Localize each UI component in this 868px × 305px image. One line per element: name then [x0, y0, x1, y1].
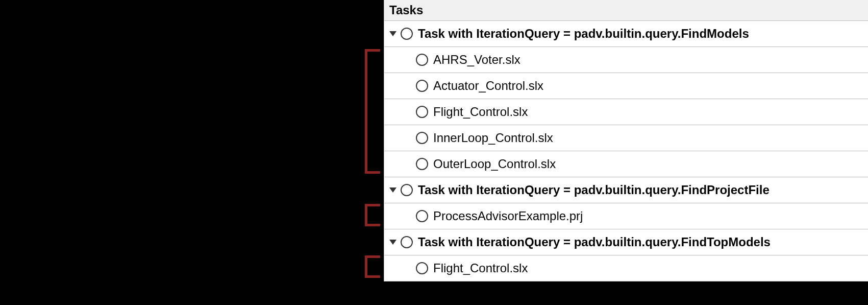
status-circle-icon	[416, 158, 428, 170]
task-child-row[interactable]: Flight_Control.slx	[384, 255, 868, 281]
tasks-panel: Tasks Task with IterationQuery = padv.bu…	[384, 0, 868, 281]
task-child-row[interactable]: AHRS_Voter.slx	[384, 47, 868, 73]
panel-title: Tasks	[389, 3, 423, 17]
bracket-annotation	[365, 204, 380, 226]
bracket-annotation	[365, 255, 380, 278]
status-circle-icon	[401, 236, 413, 248]
task-child-row[interactable]: Actuator_Control.slx	[384, 73, 868, 99]
task-child-row[interactable]: OuterLoop_Control.slx	[384, 151, 868, 177]
task-label: Task with IterationQuery = padv.builtin.…	[418, 27, 868, 41]
task-row[interactable]: Task with IterationQuery = padv.builtin.…	[384, 229, 868, 255]
chevron-down-icon[interactable]	[389, 187, 396, 193]
chevron-down-icon[interactable]	[389, 31, 396, 36]
task-child-label: Actuator_Control.slx	[433, 79, 868, 93]
task-child-row[interactable]: ProcessAdvisorExample.prj	[384, 203, 868, 229]
status-circle-icon	[416, 106, 428, 118]
status-circle-icon	[416, 80, 428, 92]
bracket-annotation	[365, 49, 380, 174]
task-child-label: Flight_Control.slx	[433, 261, 868, 275]
task-row[interactable]: Task with IterationQuery = padv.builtin.…	[384, 177, 868, 203]
task-child-row[interactable]: Flight_Control.slx	[384, 99, 868, 125]
task-child-label: InnerLoop_Control.slx	[433, 131, 868, 145]
tasks-panel-header: Tasks	[384, 0, 868, 21]
chevron-down-icon[interactable]	[389, 240, 396, 245]
task-child-label: AHRS_Voter.slx	[433, 53, 868, 67]
status-circle-icon	[401, 28, 413, 40]
task-label: Task with IterationQuery = padv.builtin.…	[418, 183, 868, 197]
task-label: Task with IterationQuery = padv.builtin.…	[418, 235, 868, 249]
status-circle-icon	[416, 54, 428, 66]
task-child-label: ProcessAdvisorExample.prj	[433, 209, 868, 223]
status-circle-icon	[416, 132, 428, 144]
task-row[interactable]: Task with IterationQuery = padv.builtin.…	[384, 21, 868, 47]
task-child-label: OuterLoop_Control.slx	[433, 157, 868, 171]
status-circle-icon	[401, 184, 413, 196]
task-child-label: Flight_Control.slx	[433, 105, 868, 119]
status-circle-icon	[416, 210, 428, 222]
task-child-row[interactable]: InnerLoop_Control.slx	[384, 125, 868, 151]
status-circle-icon	[416, 262, 428, 274]
